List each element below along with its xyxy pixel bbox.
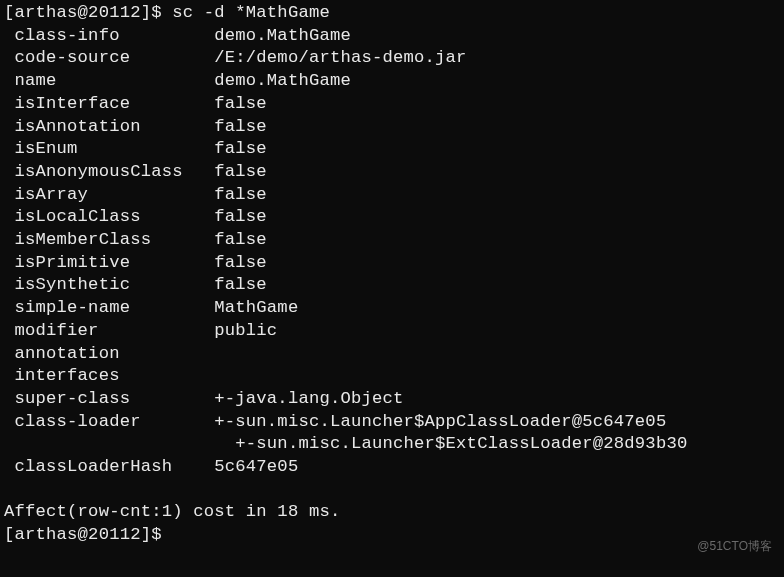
output-row: simple-name MathGame <box>4 297 780 320</box>
affect-line: Affect(row-cnt:1) cost in 18 ms. <box>4 501 780 524</box>
output-table: class-info demo.MathGame code-source /E:… <box>4 25 780 479</box>
output-row: isAnnotation false <box>4 116 780 139</box>
output-row: isInterface false <box>4 93 780 116</box>
prompt-text: [arthas@20112]$ sc -d *MathGame <box>4 3 330 22</box>
prompt-text: [arthas@20112]$ <box>4 525 162 544</box>
output-row: classLoaderHash 5c647e05 <box>4 456 780 479</box>
output-row: interfaces <box>4 365 780 388</box>
output-row: modifier public <box>4 320 780 343</box>
output-row: class-info demo.MathGame <box>4 25 780 48</box>
output-row: isPrimitive false <box>4 252 780 275</box>
prompt-line-2[interactable]: [arthas@20112]$ <box>4 524 780 547</box>
output-row: isSynthetic false <box>4 274 780 297</box>
prompt-line-1[interactable]: [arthas@20112]$ sc -d *MathGame <box>4 2 780 25</box>
output-row: +-sun.misc.Launcher$ExtClassLoader@28d93… <box>4 433 780 456</box>
output-row: super-class +-java.lang.Object <box>4 388 780 411</box>
output-row: isEnum false <box>4 138 780 161</box>
output-row: isArray false <box>4 184 780 207</box>
output-row: class-loader +-sun.misc.Launcher$AppClas… <box>4 411 780 434</box>
output-row: code-source /E:/demo/arthas-demo.jar <box>4 47 780 70</box>
output-row: isLocalClass false <box>4 206 780 229</box>
output-row: isMemberClass false <box>4 229 780 252</box>
output-row: name demo.MathGame <box>4 70 780 93</box>
watermark-text: @51CTO博客 <box>697 539 772 555</box>
output-row: isAnonymousClass false <box>4 161 780 184</box>
output-row: annotation <box>4 343 780 366</box>
blank-line <box>4 479 780 502</box>
